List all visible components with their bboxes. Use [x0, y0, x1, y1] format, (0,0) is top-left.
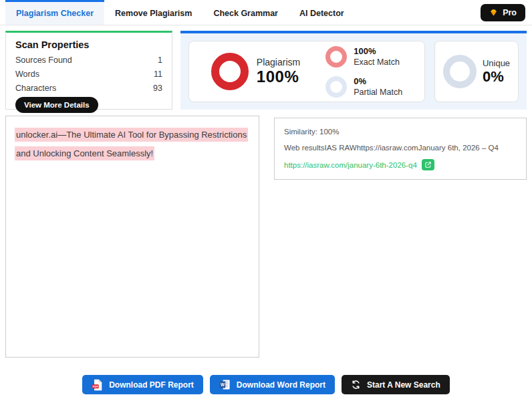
button-label: Download Word Report	[237, 380, 325, 390]
unique-value: 0%	[483, 68, 510, 86]
external-link-icon	[424, 161, 432, 168]
word-file-icon: W	[219, 379, 231, 390]
source-link-row: https://iasraw.com/january-6th-2026-q4	[284, 159, 517, 170]
diamond-icon	[489, 8, 498, 17]
unique-results-card: Unique 0%	[434, 41, 519, 102]
unique-label: Unique	[483, 58, 510, 68]
partial-match-ring-icon	[325, 76, 347, 98]
scan-row-label: Characters	[15, 84, 56, 93]
svg-text:PDF: PDF	[93, 384, 99, 388]
report-actions: PDF Download PDF Report W Download Word …	[0, 375, 532, 394]
scan-row-characters: Characters 93	[15, 81, 162, 95]
svg-text:W: W	[221, 382, 225, 387]
match-breakdown: 100% Exact Match 0% Partial Match	[325, 46, 402, 98]
source-result-panel: Similarity: 100% Web resultsIAS RAWhttps…	[274, 118, 527, 180]
external-link-button[interactable]	[422, 159, 434, 170]
exact-match-stat: 100% Exact Match	[325, 46, 402, 68]
scan-row-sources-found: Sources Found 1	[15, 53, 162, 67]
refresh-icon	[351, 380, 361, 390]
tab-ai-detector[interactable]: AI Detector	[289, 0, 355, 25]
exact-match-label: Exact Match	[354, 57, 400, 67]
source-link[interactable]: https://iasraw.com/january-6th-2026-q4	[284, 161, 417, 169]
results-panel: Plagiarism 100% 100% Exact Match 0% P	[180, 31, 527, 110]
tab-remove-plagiarism[interactable]: Remove Plagiarism	[104, 0, 203, 25]
scan-row-value: 11	[154, 70, 162, 79]
tab-plagiarism-checker[interactable]: Plagiarism Checker	[5, 0, 104, 25]
pdf-file-icon: PDF	[92, 379, 103, 391]
plagiarism-score: Plagiarism 100%	[211, 53, 300, 90]
document-panel: unlocker.ai—The Ultimate AI Tool for Byp…	[5, 116, 259, 358]
partial-match-value: 0%	[354, 76, 402, 86]
button-label: Download PDF Report	[109, 380, 194, 390]
tab-bar: Plagiarism Checker Remove Plagiarism Che…	[0, 0, 532, 25]
view-more-details-button[interactable]: View More Details	[15, 97, 98, 113]
summary-row: Scan Properties Sources Found 1 Words 11…	[0, 25, 532, 110]
scan-properties-panel: Scan Properties Sources Found 1 Words 11…	[5, 31, 172, 110]
unique-ring-icon	[443, 55, 477, 88]
highlighted-text[interactable]: unlocker.ai—The Ultimate AI Tool for Byp…	[15, 128, 248, 160]
download-pdf-report-button[interactable]: PDF Download PDF Report	[82, 375, 203, 394]
plagiarism-value: 100%	[257, 68, 300, 86]
scan-row-label: Sources Found	[15, 55, 72, 65]
button-label: Start A New Search	[367, 380, 440, 390]
tab-check-grammar[interactable]: Check Grammar	[203, 0, 289, 25]
exact-match-ring-icon	[325, 46, 347, 68]
scan-row-value: 1	[158, 55, 162, 65]
scan-row-words: Words 11	[15, 67, 162, 81]
scan-row-label: Words	[15, 70, 39, 79]
plagiarism-ring-icon	[211, 53, 249, 90]
start-new-search-button[interactable]: Start A New Search	[342, 375, 450, 394]
detail-row: unlocker.ai—The Ultimate AI Tool for Byp…	[0, 110, 532, 358]
partial-match-stat: 0% Partial Match	[325, 76, 402, 98]
web-result-text: Web resultsIAS RAWhttps://iasraw.comJanu…	[284, 144, 517, 152]
similarity-text: Similarity: 100%	[284, 128, 517, 136]
scan-row-value: 93	[153, 84, 162, 93]
pro-button[interactable]: Pro	[481, 4, 525, 21]
scan-properties-title: Scan Properties	[15, 39, 162, 50]
plagiarism-label: Plagiarism	[257, 57, 300, 68]
partial-match-label: Partial Match	[354, 88, 402, 97]
pro-label: Pro	[503, 8, 517, 17]
download-word-report-button[interactable]: W Download Word Report	[210, 375, 335, 394]
plagiarism-results-card: Plagiarism 100% 100% Exact Match 0% P	[188, 41, 425, 102]
exact-match-value: 100%	[354, 46, 400, 56]
